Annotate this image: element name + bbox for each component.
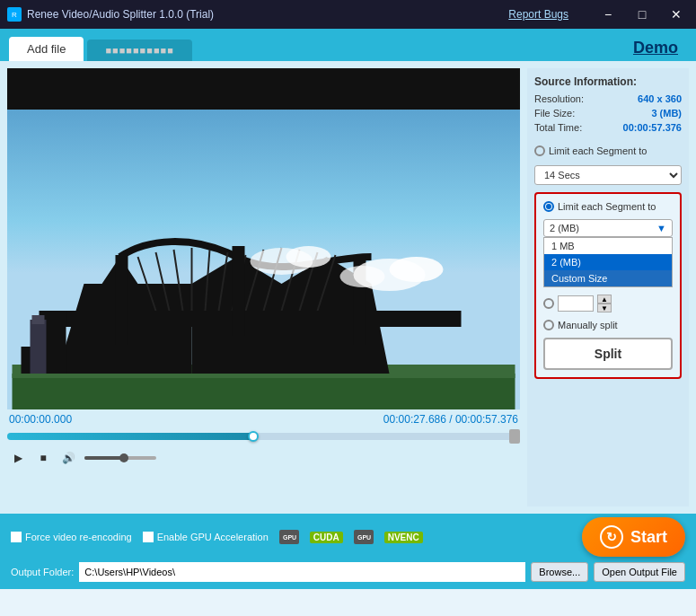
filesize-value: 3 (MB) [651,108,682,119]
gpu-accel-item: ✓ Enable GPU Acceleration [143,532,269,542]
progress-bar[interactable] [7,433,520,440]
start-label: Start [630,528,667,547]
svg-rect-0 [13,374,515,409]
segment-size-selected: 2 (MB) [550,223,579,233]
segment-time-radio-row: Limit each Segment to [534,145,682,156]
force-video-label: Force video re-encoding [25,532,132,542]
split-section: Limit each Segment to 2 (MB) ▼ 1 MB 2 (M… [534,192,682,379]
segment-size-radio-row: Limit each Segment to [543,201,673,212]
source-info-title: Source Information: [534,75,682,88]
totaltime-value: 00:00:57.376 [623,122,682,133]
app-icon: R [7,7,22,22]
output-folder-label: Output Folder: [11,567,74,577]
totaltime-row: Total Time: 00:00:57.376 [534,120,682,135]
video-preview [7,68,520,409]
start-button[interactable]: ↻ Start [582,517,685,557]
report-bugs-link[interactable]: Report Bugs [508,8,568,21]
force-video-item: ✓ Force video re-encoding [11,532,132,542]
spin-buttons: ▲ ▼ [597,295,612,312]
option-custom[interactable]: Custom Size [544,270,672,286]
resolution-row: Resolution: 640 x 360 [534,92,682,106]
tabbar: Add file ■■■■■■■■■■ Demo [0,29,696,61]
manually-split-label: Manually split [558,320,618,330]
custom-size-radio[interactable] [543,298,554,309]
open-output-button[interactable]: Open Output File [594,562,685,582]
dropdown-arrow-icon: ▼ [656,223,666,233]
segment-time-select[interactable]: 14 Secs 30 Secs 60 Secs Custom [534,165,682,185]
svg-rect-16 [233,246,245,336]
segment-time-radio[interactable] [534,145,545,156]
output-path-input[interactable] [79,562,525,582]
svg-point-23 [390,257,444,282]
resolution-label: Resolution: [534,93,584,104]
filesize-label: File Size: [534,108,575,119]
volume-icon: 🔊 [59,449,77,467]
current-time: 00:00:00.000 [9,413,72,426]
split-button[interactable]: Split [543,338,673,370]
gpu-accel-checkbox[interactable]: ✓ [143,532,154,542]
svg-point-24 [340,266,385,287]
cuda-badge: CUDA [310,532,343,543]
force-video-checkbox[interactable]: ✓ [11,532,22,542]
manually-split-radio[interactable] [543,320,554,330]
titlebar-left: R Renee Video/Audio Splitter 1.0.0 (Tria… [7,7,214,22]
start-icon: ↻ [600,525,623,549]
option-1mb[interactable]: 1 MB [544,238,672,254]
total-time: 00:00:27.686 / 00:00:57.376 [383,413,518,426]
segment-size-options: 1 MB 2 (MB) Custom Size [543,237,673,287]
time-display: 00:00:00.000 00:00:27.686 / 00:00:57.376 [7,409,520,429]
custom-size-row: ▲ ▼ [543,295,673,312]
progress-fill [7,433,253,440]
totaltime-label: Total Time: [534,122,582,133]
option-2mb[interactable]: 2 (MB) [544,254,672,270]
right-panel: Source Information: Resolution: 640 x 36… [527,68,689,506]
segment-size-radio[interactable] [543,201,554,212]
play-button[interactable]: ▶ [9,449,27,467]
close-button[interactable]: ✕ [664,5,689,23]
segment-time-control: 14 Secs 30 Secs 60 Secs Custom [534,165,682,185]
segment-size-dropdown-header[interactable]: 2 (MB) ▼ [543,219,673,237]
main-content: 00:00:00.000 00:00:27.686 / 00:00:57.376… [0,61,696,514]
app-title: Renee Video/Audio Splitter 1.0.0 (Trial) [27,8,214,21]
segment-time-label: Limit each Segment to [549,145,647,156]
resolution-value: 640 x 360 [638,93,682,104]
spin-up-button[interactable]: ▲ [597,295,612,304]
svg-rect-15 [116,255,128,345]
browse-button[interactable]: Browse... [531,562,588,582]
volume-slider[interactable] [84,456,156,460]
bottom-checkboxes: ✓ Force video re-encoding ✓ Enable GPU A… [11,517,685,557]
video-area: 00:00:00.000 00:00:27.686 / 00:00:57.376… [7,68,520,506]
tab-file[interactable]: ■■■■■■■■■■ [87,40,191,61]
demo-label: Demo [633,39,678,57]
custom-size-input[interactable] [558,295,594,312]
svg-text:GPU: GPU [357,534,371,541]
tab-add-file[interactable]: Add file [9,37,84,61]
manually-split-row: Manually split [543,320,673,330]
restore-button[interactable]: □ [630,5,655,23]
svg-point-26 [286,246,331,268]
svg-text:GPU: GPU [283,534,296,541]
gpu-icon-cuda: GPU [279,530,299,544]
playback-controls: ▶ ■ 🔊 [7,444,520,472]
progress-thumb[interactable] [248,431,259,442]
titlebar: R Renee Video/Audio Splitter 1.0.0 (Tria… [0,0,696,29]
volume-fill [84,456,124,460]
stop-button[interactable]: ■ [34,449,52,467]
progress-end-marker [509,429,520,444]
filesize-row: File Size: 3 (MB) [534,106,682,120]
bottom-output: Output Folder: Browse... Open Output Fil… [11,562,685,582]
svg-rect-21 [32,315,45,324]
segment-size-dropdown-container: 2 (MB) ▼ 1 MB 2 (MB) Custom Size [543,219,673,287]
bottom-section: ✓ Force video re-encoding ✓ Enable GPU A… [0,514,696,589]
gpu-accel-label: Enable GPU Acceleration [157,532,269,542]
source-info: Source Information: Resolution: 640 x 36… [534,75,682,135]
gpu-icon-nvenc: GPU [354,530,374,544]
video-frame [7,68,520,409]
svg-rect-20 [31,320,47,374]
nvenc-badge: NVENC [384,532,423,543]
volume-thumb[interactable] [119,453,128,462]
segment-size-label: Limit each Segment to [558,201,656,212]
spin-down-button[interactable]: ▼ [597,304,612,312]
minimize-button[interactable]: − [595,5,621,23]
